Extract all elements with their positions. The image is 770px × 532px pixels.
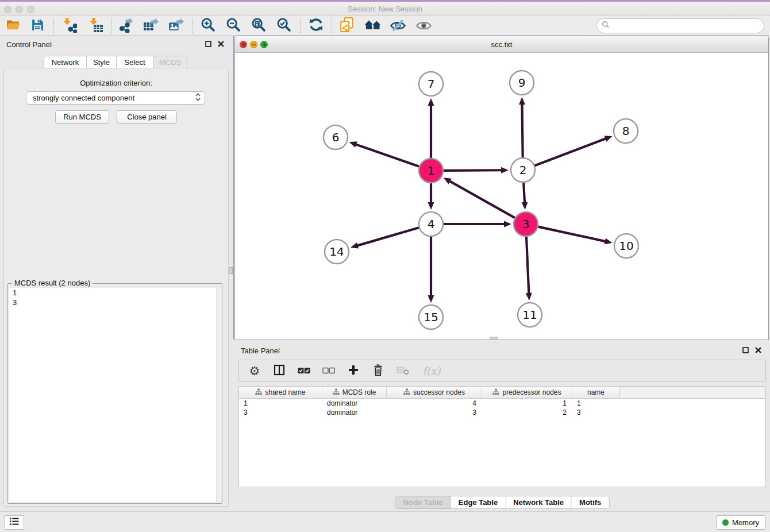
clone-network-icon (339, 17, 355, 35)
add-column-button[interactable] (346, 364, 361, 379)
memory-button[interactable]: Memory (716, 515, 765, 530)
node-table: shared nameMCDS rolesuccessor nodesprede… (238, 386, 766, 487)
save-session-button[interactable] (28, 17, 47, 35)
graph-edge-2-9[interactable] (522, 103, 522, 157)
export-table-button[interactable] (141, 17, 160, 35)
toolbar-separator (111, 18, 111, 33)
table-row[interactable]: 1dominator411 (239, 399, 765, 408)
graph-arrowhead-1-7 (428, 98, 434, 106)
table-cell: 3 (239, 408, 322, 417)
checked-boxes-icon (298, 366, 310, 376)
graph-edge-1-6[interactable] (355, 144, 419, 167)
float-table-panel-icon[interactable] (742, 346, 749, 354)
mcds-result-textarea[interactable]: 13 (9, 288, 221, 502)
tab-select[interactable]: Select (117, 56, 153, 68)
close-panel-button[interactable]: Close panel (117, 110, 177, 124)
graph-node-label-1: 1 (428, 164, 435, 178)
graph-node-label-10: 10 (619, 239, 633, 253)
column-header-predecessor-nodes[interactable]: predecessor nodes (482, 387, 572, 398)
column-header-shared-name[interactable]: shared name (239, 387, 322, 398)
refresh-icon (308, 17, 324, 35)
table-header-row: shared nameMCDS rolesuccessor nodesprede… (239, 387, 765, 399)
network-canvas[interactable]: 7968124314101511 (235, 53, 768, 340)
close-table-panel-icon[interactable] (754, 346, 762, 354)
graph-edge-4-14[interactable] (357, 228, 419, 246)
horizontal-splitter-handle[interactable] (490, 337, 498, 340)
zoom-fit-icon (251, 17, 267, 35)
task-list-icon (9, 517, 20, 528)
tab-mcds[interactable]: MCDS (153, 56, 187, 68)
column-type-icon (403, 388, 410, 397)
column-header-name[interactable]: name (572, 387, 620, 398)
vertical-splitter (233, 36, 234, 339)
export-image-button[interactable] (166, 17, 186, 35)
tab-node-table[interactable]: Node Table (396, 496, 451, 508)
column-header-MCDS-role[interactable]: MCDS role (322, 387, 387, 398)
export-table-icon (143, 17, 159, 35)
run-mcds-button[interactable]: Run MCDS (55, 110, 109, 124)
column-header-label: successor nodes (413, 388, 465, 396)
table-row[interactable]: 3dominator323 (239, 408, 765, 417)
column-header-label: name (587, 388, 605, 396)
dropdown-selected-value: strongly connected component (33, 94, 195, 102)
import-network-button[interactable] (59, 17, 79, 35)
session-title: Session: New Session (0, 5, 770, 13)
column-chooser-button[interactable] (272, 364, 287, 379)
optimization-criterion-label: Optimization criterion: (4, 79, 228, 87)
tab-network-table[interactable]: Network Table (506, 496, 572, 508)
home-button[interactable] (363, 17, 383, 35)
table-body: 1dominator4113dominator323 (239, 399, 765, 417)
graph-edge-2-3[interactable] (523, 183, 525, 203)
delete-column-button[interactable] (371, 364, 386, 379)
gear-icon: ⚙ (249, 365, 260, 377)
graph-node-label-2: 2 (519, 163, 527, 177)
memory-status-icon (722, 519, 729, 526)
eye-icon (415, 17, 432, 36)
zoom-out-icon (225, 17, 241, 35)
result-scrollbar[interactable] (216, 288, 221, 502)
select-all-button[interactable] (297, 364, 311, 379)
zoom-fit-button[interactable] (249, 17, 268, 35)
tab-motifs[interactable]: Motifs (572, 496, 609, 508)
deselect-all-button[interactable] (321, 364, 336, 379)
table-settings-button[interactable]: ⚙ (247, 364, 262, 379)
table-cell: 2 (482, 408, 572, 417)
graph-edge-3-11[interactable] (526, 237, 529, 294)
function-builder-button: f(x) (420, 364, 443, 379)
graph-edge-3-1[interactable] (449, 181, 514, 218)
hide-selection-button[interactable] (388, 17, 407, 35)
network-window-titlebar: scc.txt (235, 36, 768, 53)
graph-edge-1-2[interactable] (444, 170, 502, 171)
control-panel-title: Control Panel (6, 40, 52, 49)
column-header-successor-nodes[interactable]: successor nodes (387, 387, 482, 398)
export-network-button[interactable] (116, 17, 135, 35)
zoom-out-button[interactable] (224, 17, 243, 35)
import-table-button[interactable] (86, 17, 105, 35)
graph-arrowhead-2-8 (605, 136, 613, 141)
table-panel-title: Table Panel (241, 346, 280, 355)
search-field-container (596, 18, 764, 33)
task-history-button[interactable] (5, 515, 24, 530)
float-panel-icon[interactable] (205, 40, 212, 48)
graph-edge-2-8[interactable] (535, 138, 607, 165)
tab-edge-table[interactable]: Edge Table (451, 496, 506, 508)
zoom-in-button[interactable] (198, 17, 218, 35)
table-cell: 3 (572, 408, 620, 417)
network-view-window: scc.txt 7968124314101511 (234, 36, 769, 340)
graph-edge-3-10[interactable] (538, 227, 606, 242)
close-panel-icon[interactable] (217, 40, 225, 48)
search-input[interactable] (613, 22, 764, 30)
toolbar-separator (53, 18, 54, 33)
tab-network[interactable]: Network (44, 56, 87, 68)
refresh-view-button[interactable] (306, 17, 326, 35)
vertical-splitter-handle[interactable] (229, 267, 233, 274)
clone-network-button[interactable] (337, 17, 357, 35)
toolbar-separator (332, 18, 332, 33)
optimization-criterion-dropdown[interactable]: strongly connected component (26, 91, 205, 105)
graph-arrowhead-3-11 (526, 293, 532, 300)
tab-style[interactable]: Style (87, 56, 117, 68)
show-all-button[interactable] (414, 17, 433, 35)
result-line: 1 (9, 288, 221, 298)
open-file-button[interactable] (3, 17, 23, 35)
zoom-selected-button[interactable] (274, 17, 294, 35)
